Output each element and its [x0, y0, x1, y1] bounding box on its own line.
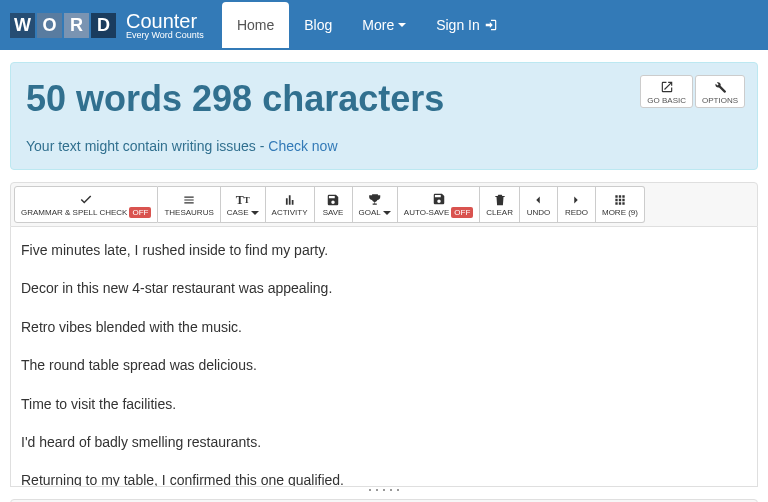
goal-button[interactable]: GOAL [353, 186, 398, 223]
wrench-icon [713, 80, 727, 94]
editor-line: Decor in this new 4-star restaurant was … [21, 277, 747, 299]
writing-issues-text: Your text might contain writing issues - [26, 138, 268, 154]
nav-blog[interactable]: Blog [289, 2, 347, 48]
goal-label: GOAL [359, 208, 381, 217]
resize-handle[interactable] [369, 489, 399, 493]
redo-label: REDO [565, 208, 588, 217]
save-button[interactable]: SAVE [315, 186, 353, 223]
autosave-button[interactable]: AUTO-SAVE OFF [398, 186, 481, 223]
save-label: SAVE [323, 208, 344, 217]
trophy-icon [368, 193, 382, 207]
case-label: CASE [227, 208, 249, 217]
go-basic-label: GO BASIC [647, 96, 686, 105]
save-icon [326, 193, 340, 207]
more-button[interactable]: MORE (9) [596, 186, 645, 223]
activity-label: ACTIVITY [272, 208, 308, 217]
book-icon [182, 193, 196, 207]
brand-tagline: Every Word Counts [126, 31, 204, 40]
check-icon [79, 192, 93, 206]
summary-panel: 50 words 298 characters Your text might … [10, 62, 758, 170]
editor-line: Five minutes late, I rushed inside to fi… [21, 239, 747, 261]
nav-more-label: More [362, 17, 394, 33]
nav-home[interactable]: Home [222, 2, 289, 48]
clear-label: CLEAR [486, 208, 513, 217]
brand-text: Counter Every Word Counts [126, 11, 204, 40]
more-label: MORE (9) [602, 208, 638, 217]
chevron-down-icon [251, 211, 259, 215]
activity-button[interactable]: ACTIVITY [266, 186, 315, 223]
redo-button[interactable]: REDO [558, 186, 596, 223]
text-editor[interactable]: Five minutes late, I rushed inside to fi… [10, 227, 758, 487]
writing-issues-notice: Your text might contain writing issues -… [26, 138, 742, 154]
brand-logo[interactable]: W O R D Counter Every Word Counts [10, 11, 204, 40]
grammar-off-badge: OFF [129, 207, 151, 218]
toolbar: GRAMMAR & SPELL CHECK OFF THESAURUS TT C… [14, 186, 754, 223]
toolbar-container: GRAMMAR & SPELL CHECK OFF THESAURUS TT C… [10, 182, 758, 227]
brand-title: Counter [126, 11, 204, 31]
go-basic-button[interactable]: GO BASIC [640, 75, 693, 108]
logo-letter-w: W [10, 13, 35, 38]
case-button[interactable]: TT CASE [221, 186, 266, 223]
undo-button[interactable]: UNDO [520, 186, 558, 223]
signin-icon [484, 18, 498, 32]
nav-signin-label: Sign In [436, 17, 480, 33]
grammar-check-button[interactable]: GRAMMAR & SPELL CHECK OFF [14, 186, 158, 223]
options-button[interactable]: OPTIONS [695, 75, 745, 108]
grammar-label: GRAMMAR & SPELL CHECK [21, 208, 127, 217]
chevron-down-icon [383, 211, 391, 215]
arrow-left-icon [531, 193, 545, 207]
editor-line: Returning to my table, I confirmed this … [21, 469, 747, 487]
thesaurus-button[interactable]: THESAURUS [158, 186, 220, 223]
navbar: W O R D Counter Every Word Counts Home B… [0, 0, 768, 50]
editor-line: Time to visit the facilities. [21, 393, 747, 415]
autosave-label: AUTO-SAVE [404, 208, 450, 217]
editor-line: I'd heard of badly smelling restaurants. [21, 431, 747, 453]
clear-button[interactable]: CLEAR [480, 186, 520, 223]
logo-letter-o: O [37, 13, 62, 38]
logo-letter-r: R [64, 13, 89, 38]
nav: Home Blog More Sign In [222, 2, 513, 48]
bar-chart-icon [283, 193, 297, 207]
arrow-right-icon [569, 193, 583, 207]
autosave-off-badge: OFF [451, 207, 473, 218]
external-icon [660, 80, 674, 94]
editor-line: Retro vibes blended with the music. [21, 316, 747, 338]
check-now-link[interactable]: Check now [268, 138, 337, 154]
editor-line: The round table spread was delicious. [21, 354, 747, 376]
trash-icon [493, 193, 507, 207]
thesaurus-label: THESAURUS [164, 208, 213, 217]
word-count-headline: 50 words 298 characters [26, 78, 742, 120]
logo-letter-d: D [91, 13, 116, 38]
nav-signin[interactable]: Sign In [421, 2, 513, 48]
save-icon [432, 192, 446, 206]
nav-more[interactable]: More [347, 2, 421, 48]
grid-icon [613, 193, 627, 207]
undo-label: UNDO [527, 208, 551, 217]
options-label: OPTIONS [702, 96, 738, 105]
chevron-down-icon [398, 23, 406, 27]
